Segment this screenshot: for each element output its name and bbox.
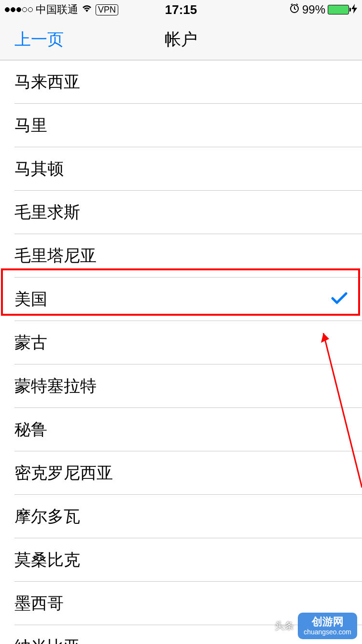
country-label: 毛里求斯 <box>14 201 80 224</box>
wifi-icon <box>81 3 93 16</box>
battery-icon <box>328 5 349 14</box>
status-bar: 中国联通 VPN 17:15 99% <box>0 0 362 19</box>
watermark: 头条 创游网 chuangseo.com <box>275 613 357 639</box>
checkmark-icon <box>331 289 348 309</box>
country-label: 蒙古 <box>14 332 47 354</box>
country-item[interactable]: 莫桑比克 <box>14 538 362 582</box>
battery-percent: 99% <box>302 3 325 16</box>
country-label: 密克罗尼西亚 <box>14 462 113 484</box>
charging-icon <box>351 4 357 16</box>
country-list: 马来西亚马里马其顿毛里求斯毛里塔尼亚美国蒙古蒙特塞拉特秘鲁密克罗尼西亚摩尔多瓦莫… <box>0 60 362 644</box>
alarm-icon <box>289 3 300 16</box>
watermark-badge: 创游网 chuangseo.com <box>298 613 357 639</box>
country-label: 马来西亚 <box>14 71 80 93</box>
country-item[interactable]: 摩尔多瓦 <box>14 495 362 538</box>
country-label: 秘鲁 <box>14 419 47 441</box>
country-label: 摩尔多瓦 <box>14 505 80 528</box>
signal-strength-icon <box>5 7 33 12</box>
page-title: 帐户 <box>165 28 197 51</box>
watermark-text: 头条 <box>275 619 294 632</box>
country-label: 墨西哥 <box>14 592 64 615</box>
carrier-label: 中国联通 <box>36 2 78 17</box>
vpn-badge: VPN <box>96 4 118 15</box>
country-item[interactable]: 密克罗尼西亚 <box>14 451 362 495</box>
country-item[interactable]: 美国 <box>14 278 362 321</box>
country-item[interactable]: 毛里求斯 <box>14 191 362 234</box>
country-item[interactable]: 马里 <box>14 104 362 147</box>
country-label: 毛里塔尼亚 <box>14 245 97 267</box>
country-label: 蒙特塞拉特 <box>14 375 97 397</box>
country-label: 纳米比亚 <box>14 636 80 644</box>
navigation-bar: 上一页 帐户 <box>0 19 362 60</box>
country-label: 莫桑比克 <box>14 549 80 571</box>
country-label: 马其顿 <box>14 158 64 180</box>
country-item[interactable]: 秘鲁 <box>14 408 362 451</box>
country-label: 美国 <box>14 288 47 310</box>
country-label: 马里 <box>14 114 47 137</box>
country-item[interactable]: 马其顿 <box>14 147 362 191</box>
country-item[interactable]: 毛里塔尼亚 <box>14 234 362 278</box>
status-time: 17:15 <box>165 2 197 17</box>
status-right: 99% <box>289 3 357 16</box>
country-item[interactable]: 马来西亚 <box>14 60 362 104</box>
country-item[interactable]: 蒙古 <box>14 321 362 364</box>
status-left: 中国联通 VPN <box>5 2 118 17</box>
country-item[interactable]: 蒙特塞拉特 <box>14 364 362 408</box>
back-button[interactable]: 上一页 <box>0 28 64 51</box>
